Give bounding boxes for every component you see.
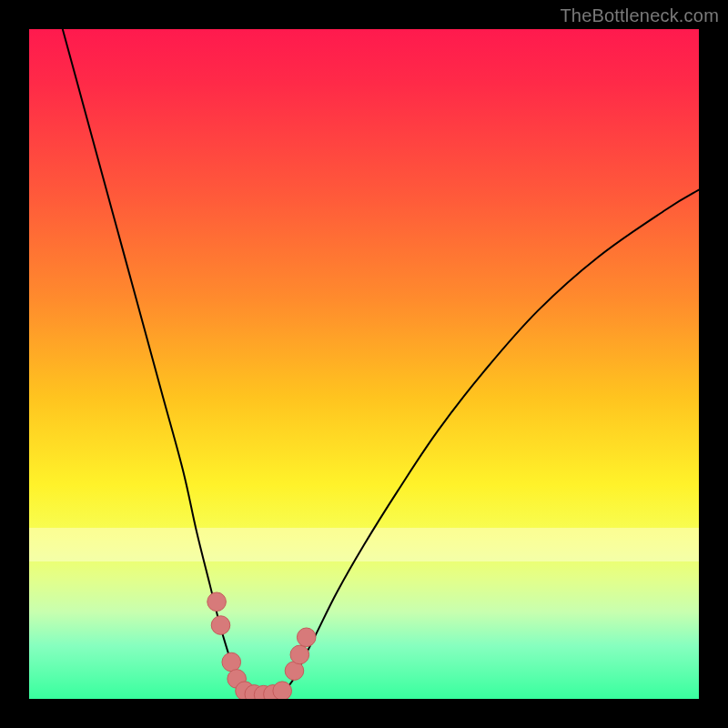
watermark-text: TheBottleneck.com xyxy=(560,5,719,26)
data-marker xyxy=(207,592,227,612)
series-right-branch xyxy=(284,190,699,693)
data-marker xyxy=(211,616,230,635)
series-group xyxy=(63,29,699,696)
data-marker xyxy=(222,652,241,672)
data-marker xyxy=(290,645,309,664)
marker-group xyxy=(207,592,316,699)
chart-svg xyxy=(29,29,699,699)
data-marker xyxy=(273,682,292,699)
outer-frame: TheBottleneck.com xyxy=(0,0,728,728)
data-marker xyxy=(297,628,316,647)
plot-area xyxy=(29,29,699,699)
